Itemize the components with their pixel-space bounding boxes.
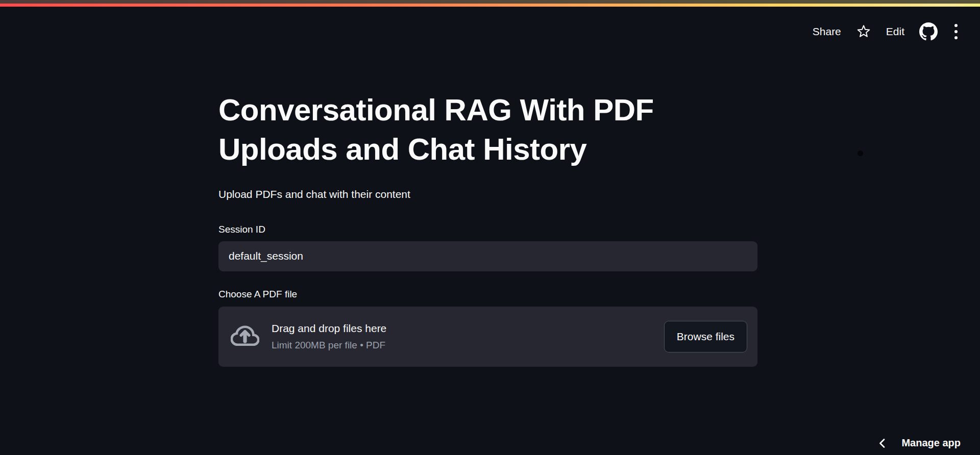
cursor-dot [857,150,863,156]
page-subtitle: Upload PDFs and chat with their content [218,188,757,201]
browse-files-button[interactable]: Browse files [664,321,747,352]
overflow-menu-icon[interactable] [952,23,960,40]
dropzone-instructions: Drag and drop files here Limit 200MB per… [272,322,386,351]
page-title: Conversational RAG With PDF Uploads and … [218,91,729,169]
share-button[interactable]: Share [813,24,841,39]
star-icon[interactable] [856,24,871,39]
dropzone-title: Drag and drop files here [272,322,386,335]
header-toolbar: Share Edit [813,22,960,41]
main-content: Conversational RAG With PDF Uploads and … [218,0,757,367]
manage-app-bar[interactable]: Manage app [877,437,961,449]
github-icon[interactable] [919,22,938,41]
edit-button[interactable]: Edit [886,24,904,39]
session-id-label: Session ID [218,223,757,236]
chevron-left-icon[interactable] [877,438,888,449]
manage-app-label[interactable]: Manage app [901,437,961,449]
dropzone-limit-hint: Limit 200MB per file • PDF [272,339,386,351]
session-id-input[interactable] [218,241,757,271]
file-uploader-label: Choose A PDF file [218,288,757,300]
file-dropzone[interactable]: Drag and drop files here Limit 200MB per… [218,307,757,367]
cloud-upload-icon [231,322,259,351]
